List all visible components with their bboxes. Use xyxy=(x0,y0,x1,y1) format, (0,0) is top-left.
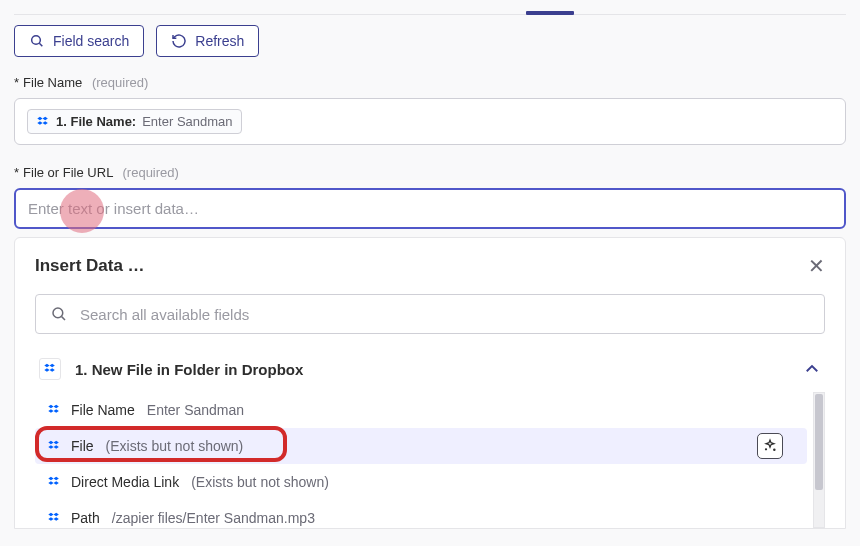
field-value: (Exists but not shown) xyxy=(106,438,244,454)
toolbar: Field search Refresh xyxy=(14,25,846,57)
dropbox-icon xyxy=(47,403,61,417)
search-fields-text[interactable] xyxy=(80,306,810,323)
svg-point-0 xyxy=(32,36,41,45)
data-source-header[interactable]: 1. New File in Folder in Dropbox xyxy=(35,354,825,392)
file-name-label: *File Name (required) xyxy=(14,75,846,90)
refresh-label: Refresh xyxy=(195,33,244,49)
file-name-input[interactable]: 1. File Name: Enter Sandman xyxy=(14,98,846,145)
refresh-icon xyxy=(171,33,187,49)
required-asterisk: * xyxy=(14,165,19,180)
top-divider xyxy=(14,14,846,15)
chevron-up-icon[interactable] xyxy=(803,360,821,378)
active-tab-indicator xyxy=(526,11,574,15)
dropbox-icon xyxy=(47,511,61,525)
field-name: File xyxy=(71,438,94,454)
file-url-placeholder: Enter text or insert data… xyxy=(28,200,199,217)
svg-point-4 xyxy=(774,449,775,450)
dropbox-icon xyxy=(47,439,61,453)
field-name: Direct Media Link xyxy=(71,474,179,490)
file-name-field-block: *File Name (required) 1. File Name: Ente… xyxy=(14,75,846,145)
pill-value: Enter Sandman xyxy=(142,114,232,129)
field-item-path[interactable]: Path /zapier files/Enter Sandman.mp3 xyxy=(35,500,807,528)
field-item-direct-media-link[interactable]: Direct Media Link (Exists but not shown) xyxy=(35,464,807,500)
file-url-input[interactable]: Enter text or insert data… xyxy=(14,188,846,229)
field-value: /zapier files/Enter Sandman.mp3 xyxy=(112,510,315,526)
file-url-field-block: *File or File URL (required) Enter text … xyxy=(14,165,846,229)
required-asterisk: * xyxy=(14,75,19,90)
svg-point-5 xyxy=(765,449,766,450)
field-name: File Name xyxy=(71,402,135,418)
file-name-pill[interactable]: 1. File Name: Enter Sandman xyxy=(27,109,242,134)
svg-line-3 xyxy=(62,317,65,320)
field-item-file-name[interactable]: File Name Enter Sandman xyxy=(35,392,807,428)
search-icon xyxy=(50,305,68,323)
data-source-title: 1. New File in Folder in Dropbox xyxy=(75,361,789,378)
insert-data-panel: Insert Data … ✕ 1. New File in Folder in… xyxy=(14,237,846,529)
dropbox-icon xyxy=(47,475,61,489)
required-text: (required) xyxy=(123,165,179,180)
scrollbar[interactable] xyxy=(813,392,825,528)
file-url-label: *File or File URL (required) xyxy=(14,165,846,180)
field-search-button[interactable]: Field search xyxy=(14,25,144,57)
required-text: (required) xyxy=(92,75,148,90)
search-fields-input[interactable] xyxy=(35,294,825,334)
refresh-button[interactable]: Refresh xyxy=(156,25,259,57)
pill-label: 1. File Name: xyxy=(56,114,136,129)
field-name: Path xyxy=(71,510,100,526)
svg-line-1 xyxy=(39,43,42,46)
dropbox-icon xyxy=(39,358,61,380)
scrollbar-thumb[interactable] xyxy=(815,394,823,490)
field-search-label: Field search xyxy=(53,33,129,49)
panel-header: Insert Data … ✕ xyxy=(35,256,825,276)
panel-title: Insert Data … xyxy=(35,256,145,276)
field-list: File Name Enter Sandman File (Exists but… xyxy=(35,392,825,528)
ai-suggest-button[interactable] xyxy=(757,433,783,459)
field-item-file[interactable]: File (Exists but not shown) xyxy=(35,428,807,464)
field-value: (Exists but not shown) xyxy=(191,474,329,490)
dropbox-icon xyxy=(36,115,50,129)
field-value: Enter Sandman xyxy=(147,402,244,418)
search-icon xyxy=(29,33,45,49)
close-icon[interactable]: ✕ xyxy=(808,256,825,276)
svg-point-2 xyxy=(53,308,63,318)
